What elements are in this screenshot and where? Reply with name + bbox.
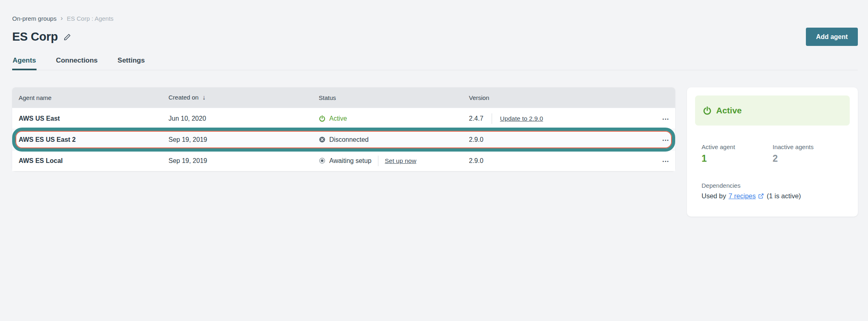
breadcrumb-separator-icon: › (60, 15, 63, 22)
tab-agents[interactable]: Agents (12, 56, 37, 70)
status-text: Active (329, 115, 347, 122)
external-link-icon[interactable] (758, 193, 764, 199)
version-value: 2.9.0 (469, 136, 484, 143)
row-menu-ellipsis-icon[interactable]: ●●● (663, 117, 669, 120)
created-on-value: Sep 19, 2019 (168, 157, 319, 165)
add-agent-button[interactable]: Add agent (806, 28, 858, 46)
group-status-label: Active (716, 106, 742, 115)
tab-bar: Agents Connections Settings (12, 56, 858, 70)
edit-title-pencil-icon[interactable] (63, 33, 71, 41)
sort-descending-icon[interactable]: ↓ (202, 94, 205, 101)
column-header-version[interactable]: Version (469, 94, 655, 101)
table-header-row: Agent name Created on↓ Status Version (12, 87, 675, 108)
update-version-link[interactable]: Update to 2.9.0 (500, 115, 543, 122)
group-summary-card: Active Active agent 1 Inactive agents 2 … (687, 87, 858, 217)
set-up-now-link[interactable]: Set up now (385, 157, 417, 165)
recipes-active-suffix: (1 is active) (767, 192, 801, 200)
inactive-agents-stat: Inactive agents 2 (773, 143, 844, 164)
title-row: ES Corp Add agent (12, 28, 858, 46)
agent-name: AWS ES Local (12, 157, 168, 165)
tab-settings[interactable]: Settings (117, 56, 145, 70)
column-header-status[interactable]: Status (319, 94, 469, 101)
tab-connections[interactable]: Connections (56, 56, 98, 70)
recipes-link[interactable]: 7 recipes (729, 192, 756, 200)
status-awaiting-setup-icon (319, 157, 326, 164)
status-active-power-icon (319, 115, 326, 122)
status-disconnected-icon (319, 136, 326, 143)
created-on-value: Jun 10, 2020 (168, 115, 319, 122)
table-row-aws-es-us-east-2[interactable]: AWS ES US East 2 Sep 19, 2019 Disconnect… (12, 129, 675, 150)
table-row-aws-us-east[interactable]: AWS US East Jun 10, 2020 Active 2.4.7 Up… (12, 108, 675, 129)
row-menu-ellipsis-icon[interactable]: ●●● (663, 139, 669, 141)
status-divider (378, 156, 378, 166)
active-agent-stat: Active agent 1 (702, 143, 773, 164)
column-header-agent-name[interactable]: Agent name (12, 94, 168, 101)
agent-name: AWS US East (12, 115, 168, 122)
content-area: Agent name Created on↓ Status Version AW… (12, 87, 858, 217)
row-menu-ellipsis-icon[interactable]: ●●● (663, 160, 669, 163)
breadcrumb: On-prem groups › ES Corp : Agents (12, 15, 858, 22)
version-value: 2.4.7 (469, 115, 484, 122)
version-divider (492, 113, 492, 124)
created-on-value: Sep 19, 2019 (168, 136, 319, 143)
agent-stats: Active agent 1 Inactive agents 2 (695, 143, 850, 164)
inactive-agents-count: 2 (773, 153, 844, 164)
breadcrumb-current: ES Corp : Agents (67, 15, 114, 22)
breadcrumb-on-prem-groups[interactable]: On-prem groups (12, 15, 56, 22)
agents-table: Agent name Created on↓ Status Version AW… (12, 87, 675, 171)
status-text: Awaiting setup (329, 157, 371, 165)
column-header-created-on[interactable]: Created on↓ (168, 94, 319, 101)
agent-name: AWS ES US East 2 (12, 136, 168, 143)
active-power-icon (703, 106, 712, 115)
group-status-banner: Active (695, 95, 850, 126)
dependencies-section: Dependencies Used by 7 recipes (1 is act… (695, 182, 850, 200)
dependencies-label: Dependencies (702, 182, 850, 189)
active-agent-count: 1 (702, 153, 773, 164)
page-title: ES Corp (12, 30, 58, 43)
active-agent-label: Active agent (702, 143, 773, 150)
created-on-label: Created on (168, 94, 199, 101)
inactive-agents-label: Inactive agents (773, 143, 844, 150)
status-text: Disconnected (329, 136, 369, 143)
on-prem-group-page: On-prem groups › ES Corp : Agents ES Cor… (0, 0, 868, 217)
version-value: 2.9.0 (469, 157, 484, 165)
table-row-aws-es-local[interactable]: AWS ES Local Sep 19, 2019 Awaiting setup… (12, 150, 675, 171)
used-by-text: Used by (702, 192, 726, 200)
